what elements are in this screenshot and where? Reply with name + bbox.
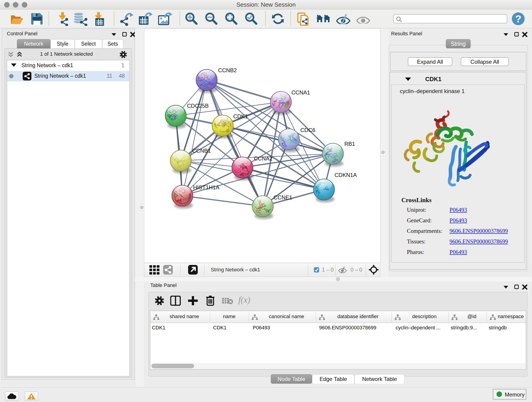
svg-text:CCNB2: CCNB2 (218, 67, 237, 73)
svg-text:CCNE1: CCNE1 (273, 194, 292, 201)
svg-text:CCNB1: CCNB1 (192, 148, 211, 154)
svg-text:CDC6: CDC6 (300, 127, 315, 133)
svg-text:CDKN1A: CDKN1A (335, 172, 357, 178)
svg-text:CDC25B: CDC25B (187, 103, 209, 109)
svg-text:CDK1: CDK1 (233, 113, 248, 119)
svg-text:CCNA1: CCNA1 (291, 89, 310, 96)
svg-text:HIST1H1A: HIST1H1A (193, 184, 220, 191)
svg-text:CCNA2: CCNA2 (254, 155, 272, 162)
svg-text:RB1: RB1 (344, 141, 355, 147)
